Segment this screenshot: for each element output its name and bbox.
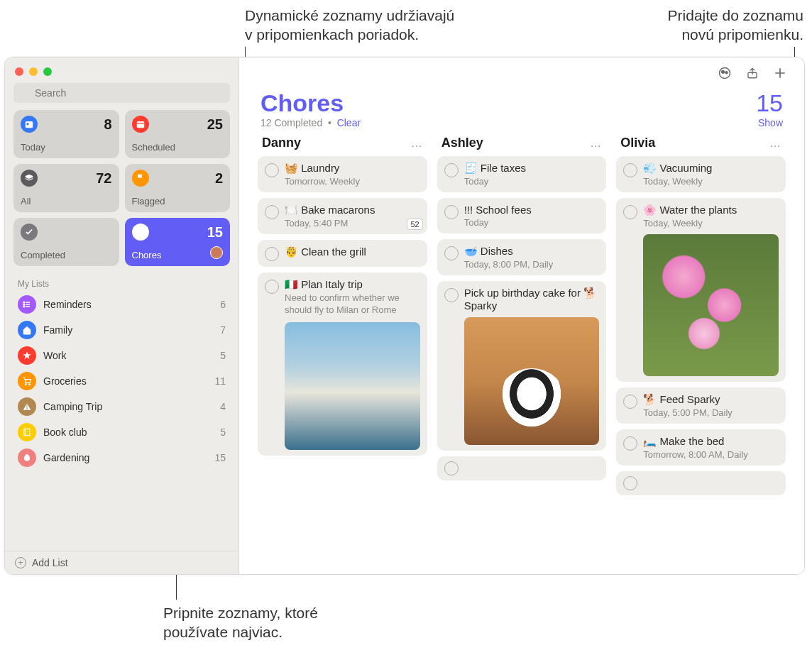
reminder-card[interactable]: 🤴 Clean the grill [258,240,427,267]
reminder-card[interactable]: 🌸 Water the plants Today, Weekly [616,198,786,382]
reminder-title: 🐕 Feed Sparky [643,393,779,406]
reminder-card[interactable]: !!! School fees Today [437,198,607,233]
complete-radio[interactable] [444,205,459,219]
column-more-button[interactable]: … [590,137,602,150]
reminder-title: !!! School fees [464,204,600,216]
chores-icon [132,224,149,241]
complete-radio[interactable] [444,461,459,475]
completed-info: 12 Completed • Clear [260,117,361,128]
svg-point-15 [25,384,26,385]
smart-card-all[interactable]: 72 All [13,164,119,212]
reminder-title: 🇮🇹 Plan Italy trip [285,278,420,291]
reminder-card[interactable]: 🍽️ Bake macarons Today, 5:40 PM 52 [258,198,427,234]
sidebar-list-item[interactable]: Book club 5 [5,419,238,445]
callout-pin-lists: Pripnite zoznamy, ktoré používate najvia… [163,603,405,642]
svg-rect-17 [24,429,30,435]
column-more-button[interactable]: … [411,137,423,150]
reminder-subtitle: Today, 5:40 PM [285,218,420,229]
column: Olivia … 💨 Vacuuming Today, Weekly 🌸 Wat… [616,136,786,574]
column-name: Olivia [620,136,655,150]
column-more-button[interactable]: … [769,137,781,150]
empty-reminder-row[interactable] [437,456,607,480]
columns: Danny … 🧺 Laundry Tomorrow, Weekly 🍽️ Ba… [252,136,791,574]
complete-radio[interactable] [623,163,637,177]
maximize-window-button[interactable] [43,67,52,76]
reminder-card[interactable]: Pick up birthday cake for 🐕 Sparky [437,281,607,451]
reminders-window: 8 Today 25 Scheduled 72 All 2 Flagged Co… [4,57,805,575]
reminder-title: 🛏️ Make the bed [643,435,779,448]
complete-radio[interactable] [623,476,637,490]
smart-count: 8 [104,116,111,133]
reminder-card[interactable]: 💨 Vacuuming Today, Weekly [616,156,786,192]
reminder-subtitle: Today, 5:00 PM, Daily [643,407,779,418]
complete-radio[interactable] [623,395,637,409]
complete-radio[interactable] [265,205,279,219]
collaborate-icon[interactable] [718,66,732,84]
smart-card-completed[interactable]: Completed [13,218,119,266]
share-icon[interactable] [746,66,759,84]
list-count: 5 [220,426,226,438]
column: Danny … 🧺 Laundry Tomorrow, Weekly 🍽️ Ba… [258,136,427,574]
list-name: Gardening [43,452,207,463]
tent-icon [18,397,36,416]
reminder-card[interactable]: 🥣 Dishes Today, 8:00 PM, Daily [437,239,607,275]
reminder-card[interactable]: 🇮🇹 Plan Italy trip Need to confirm wheth… [258,273,427,456]
complete-radio[interactable] [265,163,279,177]
list-name: Groceries [43,375,207,387]
sidebar: 8 Today 25 Scheduled 72 All 2 Flagged Co… [5,57,239,574]
add-reminder-button[interactable] [773,66,787,84]
smart-label: Flagged [132,196,224,207]
clear-completed-button[interactable]: Clear [337,117,361,128]
complete-radio[interactable] [444,246,459,260]
smart-card-flagged[interactable]: 2 Flagged [125,164,231,212]
list-name: Family [43,324,213,336]
empty-reminder-row[interactable] [616,471,786,495]
svg-point-13 [23,306,25,307]
reminder-subtitle: Today, Weekly [643,218,779,229]
complete-radio[interactable] [623,436,637,451]
reminder-subtitle: Today [464,217,600,228]
list-name: Reminders [43,299,213,310]
smart-card-scheduled[interactable]: 25 Scheduled [125,110,231,158]
complete-radio[interactable] [265,280,279,294]
close-window-button[interactable] [15,67,23,76]
sidebar-list-item[interactable]: Work 5 [5,343,238,368]
show-completed-button[interactable]: Show [758,117,783,128]
smart-card-chores[interactable]: 15 Chores [125,218,231,266]
reminder-title: 🥣 Dishes [464,245,600,258]
home-icon [18,321,36,339]
complete-radio[interactable] [444,163,459,177]
reminder-title: 🌸 Water the plants [643,204,779,216]
reminder-card[interactable]: 🛏️ Make the bed Tomorrow, 8:00 AM, Daily [616,429,786,466]
reminder-card[interactable]: 🧺 Laundry Tomorrow, Weekly [258,156,427,192]
smart-label: Scheduled [132,142,224,153]
star-icon [18,346,36,365]
minimize-window-button[interactable] [29,67,38,76]
shared-avatar-icon [210,246,223,259]
flagged-icon [132,170,149,187]
reminder-card[interactable]: 🧾 File taxes Today [437,156,607,192]
smart-card-today[interactable]: 8 Today [13,110,119,158]
week-badge: 52 [407,219,422,230]
complete-radio[interactable] [444,288,459,302]
plus-circle-icon: + [15,557,26,568]
complete-radio[interactable] [265,247,279,261]
all-icon [21,170,38,187]
sidebar-list-item[interactable]: Family 7 [5,317,238,343]
reminder-card[interactable]: 🐕 Feed Sparky Today, 5:00 PM, Daily [616,387,786,424]
sidebar-list-item[interactable]: Reminders 6 [5,292,238,317]
main-content: Chores 15 12 Completed • Clear Show Dann… [239,57,804,574]
search-input[interactable] [13,83,230,103]
complete-radio[interactable] [623,205,637,219]
sidebar-list-item[interactable]: Camping Trip 4 [5,394,238,419]
add-list-button[interactable]: + Add List [5,551,238,574]
list-title: Chores [260,89,344,117]
reminder-title: 🍽️ Bake macarons [285,204,420,216]
completed-icon [21,224,38,241]
sidebar-list-item[interactable]: Gardening 15 [5,445,238,470]
svg-point-11 [23,304,25,305]
my-lists-header: My Lists [5,272,238,292]
window-controls [5,57,238,80]
smart-count: 2 [215,170,223,187]
sidebar-list-item[interactable]: Groceries 11 [5,368,238,394]
